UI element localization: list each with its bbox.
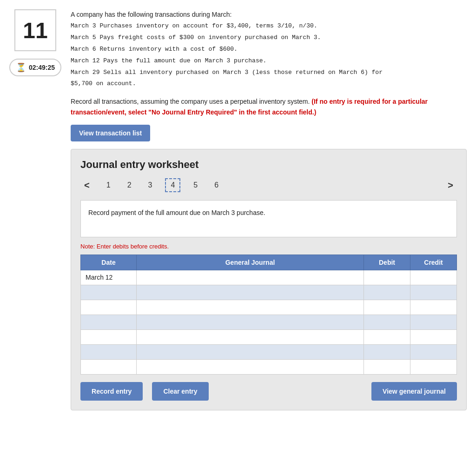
- note-text: Note: Enter debits before credits.: [80, 243, 457, 250]
- credit-input-2[interactable]: [410, 285, 456, 300]
- transaction-6: $5,700 on account.: [71, 79, 467, 89]
- page-1[interactable]: 1: [103, 179, 114, 191]
- journal-cell-2[interactable]: [137, 285, 364, 300]
- credit-input-1[interactable]: [410, 270, 456, 285]
- view-transaction-list-button[interactable]: View transaction list: [71, 125, 150, 141]
- journal-input-7[interactable]: [137, 360, 364, 374]
- timer-icon: ⏳: [16, 62, 26, 73]
- next-page-button[interactable]: >: [444, 178, 457, 193]
- table-row: March 12: [81, 270, 457, 285]
- date-cell-4: [81, 315, 137, 329]
- col-header-date: Date: [81, 255, 137, 270]
- worksheet-container: Journal entry worksheet < 1 2 3 4 5 6 > …: [71, 149, 467, 410]
- date-cell-5: [81, 329, 137, 344]
- debit-input-3[interactable]: [364, 300, 410, 315]
- worksheet-title: Journal entry worksheet: [80, 159, 457, 171]
- transaction-3: March 6 Returns inventory with a cost of…: [71, 45, 467, 54]
- date-cell-1: March 12: [81, 270, 137, 285]
- description-box: Record payment of the full amount due on…: [80, 200, 457, 237]
- credit-input-6[interactable]: [410, 345, 456, 359]
- record-entry-button[interactable]: Record entry: [80, 382, 143, 401]
- timer: ⏳ 02:49:25: [9, 59, 61, 76]
- page-4-active[interactable]: 4: [165, 178, 180, 192]
- transaction-1: March 3 Purchases inventory on account f…: [71, 21, 467, 31]
- debit-cell-1[interactable]: [364, 270, 410, 285]
- problem-text: A company has the following transactions…: [71, 9, 467, 89]
- debit-cell-3[interactable]: [364, 300, 410, 315]
- view-general-journal-button[interactable]: View general journal: [371, 382, 457, 401]
- instructions: Record all transactions, assuming the co…: [71, 96, 467, 117]
- table-row: [81, 329, 457, 344]
- transaction-5: March 29 Sells all inventory purchased o…: [71, 68, 467, 78]
- credit-cell-5[interactable]: [410, 329, 457, 344]
- credit-cell-2[interactable]: [410, 285, 457, 300]
- journal-cell-4[interactable]: [137, 315, 364, 329]
- journal-cell-1[interactable]: [137, 270, 364, 285]
- debit-cell-6[interactable]: [364, 344, 410, 359]
- instructions-plain: Record all transactions, assuming the co…: [71, 98, 311, 105]
- transactions-list: March 3 Purchases inventory on account f…: [71, 21, 467, 89]
- credit-input-5[interactable]: [410, 330, 456, 344]
- journal-input-2[interactable]: [137, 285, 364, 300]
- journal-input-4[interactable]: [137, 315, 364, 329]
- col-header-credit: Credit: [410, 255, 457, 270]
- table-row: [81, 315, 457, 329]
- debit-input-6[interactable]: [364, 345, 410, 359]
- journal-table: Date General Journal Debit Credit March …: [80, 255, 457, 375]
- problem-title: A company has the following transactions…: [71, 9, 467, 20]
- col-header-debit: Debit: [364, 255, 410, 270]
- debit-cell-2[interactable]: [364, 285, 410, 300]
- journal-input-1[interactable]: [137, 270, 364, 285]
- journal-cell-7[interactable]: [137, 359, 364, 374]
- date-cell-6: [81, 344, 137, 359]
- credit-cell-1[interactable]: [410, 270, 457, 285]
- journal-input-3[interactable]: [137, 300, 364, 315]
- prev-page-button[interactable]: <: [80, 178, 93, 193]
- debit-cell-4[interactable]: [364, 315, 410, 329]
- page-2[interactable]: 2: [124, 179, 135, 191]
- credit-cell-4[interactable]: [410, 315, 457, 329]
- credit-input-3[interactable]: [410, 300, 456, 315]
- date-cell-2: [81, 285, 137, 300]
- transaction-4: March 12 Pays the full amount due on Mar…: [71, 56, 467, 66]
- debit-input-1[interactable]: [364, 270, 410, 285]
- credit-cell-6[interactable]: [410, 344, 457, 359]
- table-row: [81, 359, 457, 374]
- date-cell-7: [81, 359, 137, 374]
- credit-input-4[interactable]: [410, 315, 456, 329]
- timer-display: 02:49:25: [29, 64, 55, 71]
- credit-cell-3[interactable]: [410, 300, 457, 315]
- left-panel: 11 ⏳ 02:49:25: [9, 9, 61, 410]
- problem-number: 11: [14, 9, 56, 51]
- page-5[interactable]: 5: [190, 179, 201, 191]
- table-row: [81, 344, 457, 359]
- journal-cell-3[interactable]: [137, 300, 364, 315]
- credit-cell-7[interactable]: [410, 359, 457, 374]
- col-header-general-journal: General Journal: [137, 255, 364, 270]
- debit-cell-5[interactable]: [364, 329, 410, 344]
- debit-input-4[interactable]: [364, 315, 410, 329]
- journal-cell-6[interactable]: [137, 344, 364, 359]
- pagination: < 1 2 3 4 5 6 >: [80, 178, 457, 193]
- journal-cell-5[interactable]: [137, 329, 364, 344]
- debit-input-2[interactable]: [364, 285, 410, 300]
- bottom-buttons: Record entry Clear entry View general jo…: [80, 382, 457, 401]
- debit-cell-7[interactable]: [364, 359, 410, 374]
- credit-input-7[interactable]: [410, 360, 456, 374]
- clear-entry-button[interactable]: Clear entry: [152, 382, 208, 401]
- transaction-2: March 5 Pays freight costs of $300 on in…: [71, 33, 467, 43]
- date-cell-3: [81, 300, 137, 315]
- right-panel: A company has the following transactions…: [71, 9, 467, 410]
- debit-input-5[interactable]: [364, 330, 410, 344]
- page-6[interactable]: 6: [211, 179, 222, 191]
- table-row: [81, 300, 457, 315]
- description-text: Record payment of the full amount due on…: [88, 209, 265, 216]
- journal-input-6[interactable]: [137, 345, 364, 359]
- page-3[interactable]: 3: [145, 179, 156, 191]
- debit-input-7[interactable]: [364, 360, 410, 374]
- table-row: [81, 285, 457, 300]
- journal-input-5[interactable]: [137, 330, 364, 344]
